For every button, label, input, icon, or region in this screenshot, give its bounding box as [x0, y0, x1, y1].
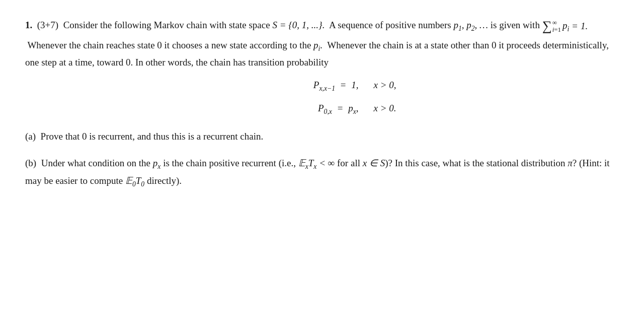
eq1-left: Px,x−1 = 1, — [248, 78, 358, 94]
eq2-left: P0,x = px, — [248, 101, 358, 117]
problem-number: 1. — [25, 20, 32, 30]
part-b-ET: 𝔼xTx < ∞ — [298, 158, 335, 168]
part-a: (a) Prove that 0 is recurrent, and thus … — [25, 128, 619, 144]
equation-1: Px,x−1 = 1, x > 0, — [25, 78, 619, 94]
pi-ref: pi. — [313, 40, 323, 50]
problem-container: 1. (3+7) Consider the following Markov c… — [25, 15, 619, 190]
part-b-xS: x ∈ S — [363, 158, 385, 168]
problem-intro: 1. (3+7) Consider the following Markov c… — [25, 15, 619, 71]
eq1-condition: x > 0, — [373, 78, 396, 93]
eq2-condition: x > 0. — [373, 101, 396, 116]
problem-points: (3+7) — [37, 20, 58, 30]
part-b-label: (b) — [25, 158, 36, 168]
part-b: (b) Under what condition on the px is th… — [25, 155, 619, 190]
part-b-E0T0: 𝔼0T0 — [125, 175, 144, 186]
equation-2: P0,x = px, x > 0. — [25, 101, 619, 117]
part-b-pi: π — [568, 158, 573, 168]
part-b-px: px — [153, 158, 161, 168]
part-a-label: (a) — [25, 131, 36, 142]
equations-block: Px,x−1 = 1, x > 0, P0,x = px, x > 0. — [25, 78, 619, 117]
sum-expression: ∑ ∞ i=1 pi = 1. — [542, 15, 588, 37]
p-sequence: p1, p2, … — [453, 20, 488, 30]
state-space: S = {0, 1, ...}. — [272, 20, 325, 30]
